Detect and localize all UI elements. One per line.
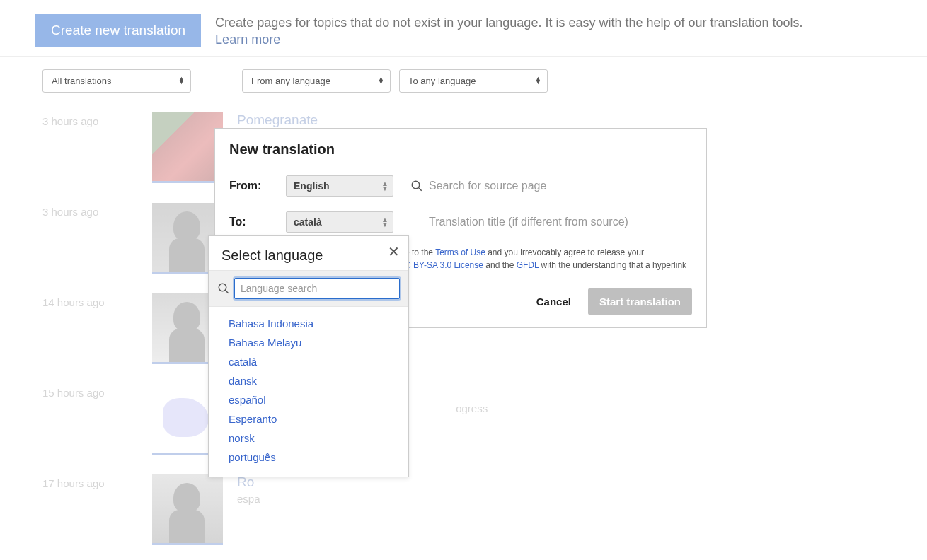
timestamp: 15 hours ago	[42, 384, 152, 399]
popover-title: Select language	[221, 246, 396, 264]
to-label: To:	[229, 216, 286, 228]
popover-header: Select language ✕	[209, 236, 408, 270]
translation-row[interactable]: 15 hours agoDanorsogress•••	[42, 374, 885, 465]
search-icon	[217, 281, 230, 294]
article-subtitle: espa	[237, 493, 260, 505]
language-list: Bahasa IndonesiaBahasa Melayucatalàdansk…	[209, 307, 408, 477]
timestamp: 17 hours ago	[42, 474, 152, 489]
modal-title: New translation	[215, 129, 706, 168]
translation-row[interactable]: 17 hours agoRoespa	[42, 465, 885, 555]
timestamp: 3 hours ago	[42, 203, 152, 218]
banner-description: Create pages for topics that do not exis…	[215, 16, 802, 30]
filter-to-language[interactable]: To any language ▲▼	[399, 69, 548, 93]
language-option[interactable]: português	[209, 448, 408, 467]
filter-label: From any language	[251, 76, 330, 86]
legal-fragment: and you irrevocably agree to release you…	[485, 247, 644, 257]
from-label: From:	[229, 180, 286, 192]
source-page-input[interactable]	[429, 180, 692, 192]
progress-label: ogress	[456, 402, 488, 414]
filter-label: All translations	[52, 76, 112, 86]
chevron-updown-icon: ▲▼	[381, 181, 388, 191]
legal-fragment: and the	[483, 260, 517, 270]
start-translation-button[interactable]: Start translation	[588, 288, 692, 315]
select-language-popover: Select language ✕ Bahasa IndonesiaBahasa…	[208, 235, 409, 477]
from-language-value: English	[294, 180, 330, 192]
gfdl-link[interactable]: GFDL	[517, 260, 539, 270]
search-icon	[410, 179, 423, 192]
create-new-translation-button[interactable]: Create new translation	[35, 14, 201, 47]
timestamp: 3 hours ago	[42, 112, 152, 127]
sort-icon: ▲▼	[535, 77, 541, 85]
svg-line-1	[418, 187, 422, 191]
thumbnail	[152, 474, 223, 545]
header-banner: Create new translation Create pages for …	[0, 0, 927, 57]
terms-of-use-link[interactable]: Terms of Use	[435, 247, 485, 257]
filter-from-language[interactable]: From any language ▲▼	[242, 69, 391, 93]
filter-all-translations[interactable]: All translations ▲▼	[42, 69, 191, 93]
learn-more-link[interactable]: Learn more	[215, 33, 280, 47]
to-language-dropdown[interactable]: català ▲▼	[286, 211, 393, 233]
legal-fragment: e to the	[405, 247, 435, 257]
svg-point-0	[412, 181, 420, 189]
filter-label: To any language	[408, 76, 476, 86]
close-icon[interactable]: ✕	[388, 243, 400, 260]
language-option[interactable]: català	[209, 352, 408, 371]
to-language-value: català	[294, 216, 322, 228]
thumbnail	[152, 112, 223, 183]
chevron-updown-icon: ▲▼	[381, 217, 388, 227]
modal-from-row: From: English ▲▼	[215, 168, 706, 204]
sort-icon: ▲▼	[378, 77, 384, 85]
timestamp: 14 hours ago	[42, 293, 152, 308]
language-option[interactable]: Bahasa Melayu	[209, 333, 408, 352]
translation-title-input[interactable]	[429, 216, 692, 228]
cancel-button[interactable]: Cancel	[536, 296, 571, 308]
svg-point-2	[219, 284, 226, 291]
cc-license-link[interactable]: C BY-SA 3.0 License	[405, 260, 483, 270]
content-area: 3 hours agoPomegranateEngl3 hours agoPaB…	[0, 103, 927, 555]
svg-line-3	[225, 290, 229, 293]
from-language-dropdown[interactable]: English ▲▼	[286, 175, 393, 197]
language-option[interactable]: norsk	[209, 428, 408, 448]
sort-icon: ▲▼	[178, 77, 185, 85]
banner-text: Create pages for topics that do not exis…	[215, 14, 802, 49]
popover-search-row	[209, 270, 408, 307]
article-title[interactable]: Pomegranate	[237, 112, 885, 128]
info: Roespa	[237, 474, 885, 505]
language-option[interactable]: dansk	[209, 371, 408, 390]
modal-to-row: To: català ▲▼	[215, 204, 706, 240]
language-option[interactable]: Esperanto	[209, 409, 408, 428]
language-option[interactable]: Bahasa Indonesia	[209, 314, 408, 333]
language-search-input[interactable]	[234, 278, 400, 299]
filters-row: All translations ▲▼ From any language ▲▼…	[0, 57, 927, 103]
language-option[interactable]: español	[209, 390, 408, 409]
legal-fragment: with the understanding that a hyperlink	[539, 260, 686, 270]
